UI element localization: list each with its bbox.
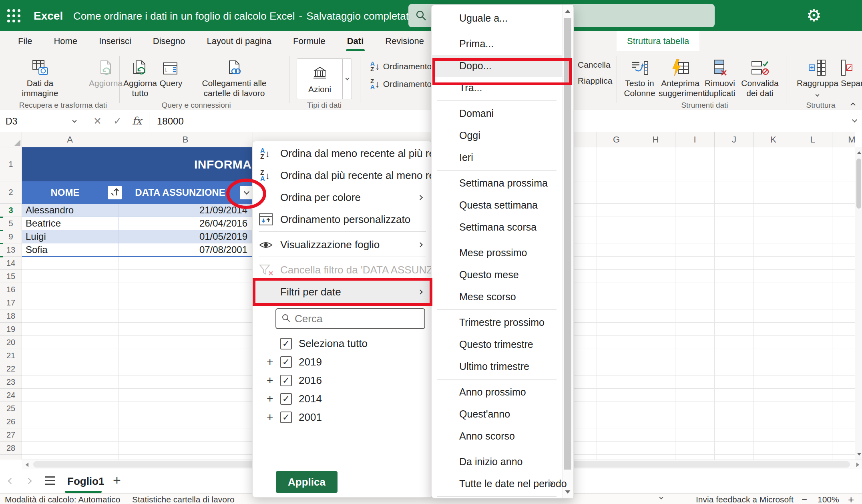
table-row[interactable]: Alessandro 21/09/2014 bbox=[22, 204, 253, 217]
filter-value-row[interactable]: +✓2019 bbox=[252, 353, 432, 371]
cell-name[interactable]: Alessandro bbox=[22, 205, 118, 216]
row-header-3[interactable]: 3 bbox=[0, 204, 22, 217]
row-header-18[interactable]: 18 bbox=[0, 309, 22, 323]
table-row[interactable]: Luigi 01/05/2019 bbox=[22, 230, 253, 243]
row-header-1[interactable]: 1 bbox=[0, 147, 22, 181]
row-header-5[interactable]: 5 bbox=[0, 217, 22, 230]
reapply-filter-button[interactable]: Riapplica bbox=[578, 76, 612, 86]
collapse-ribbon-icon[interactable] bbox=[850, 102, 856, 108]
table-row[interactable]: Beatrice 26/04/2016 bbox=[22, 217, 253, 230]
data-from-picture-button[interactable]: Dati da immagine bbox=[16, 55, 64, 98]
scroll-left-icon[interactable] bbox=[26, 462, 28, 467]
data-validation-button[interactable]: Convalida dei dati bbox=[738, 55, 782, 98]
name-box[interactable]: D3 bbox=[6, 116, 17, 127]
tab-revisione[interactable]: Revisione bbox=[374, 31, 435, 51]
row-header-21[interactable]: 21 bbox=[0, 349, 22, 362]
remove-duplicates-button[interactable]: Rimuovi duplicati bbox=[702, 55, 738, 98]
scroll-up-icon[interactable] bbox=[565, 10, 571, 13]
actions-expand[interactable] bbox=[342, 59, 352, 99]
tab-struttura-tabella[interactable]: Struttura tabella bbox=[617, 31, 699, 51]
app-launcher-icon[interactable] bbox=[7, 9, 20, 22]
scrollbar-thumb[interactable] bbox=[564, 18, 571, 470]
zoom-level[interactable]: 100% bbox=[818, 495, 839, 504]
filter-value-row[interactable]: ✓Seleziona tutto bbox=[252, 334, 432, 353]
tab-home[interactable]: Home bbox=[43, 31, 88, 51]
actions-dropdown-button[interactable]: Azioni bbox=[297, 58, 352, 99]
row-header-9[interactable]: 9 bbox=[0, 230, 22, 243]
sort-ascending-indicator-button[interactable] bbox=[108, 186, 122, 199]
zoom-out-button[interactable]: − bbox=[802, 494, 807, 504]
date-filter-option[interactable]: Anno scorso bbox=[431, 425, 562, 447]
date-filter-option[interactable]: Uguale a... bbox=[431, 7, 562, 29]
name-box-chevron-icon[interactable] bbox=[72, 118, 76, 122]
date-filter-option[interactable]: Mese prossimo bbox=[431, 242, 562, 264]
date-filter-option[interactable]: Trimestre prossimo bbox=[431, 311, 562, 333]
document-title[interactable]: Come ordinare i dati in un foglio di cal… bbox=[73, 10, 295, 22]
search-icon[interactable] bbox=[415, 9, 427, 23]
table-title-row[interactable]: INFORMAZIO bbox=[22, 147, 253, 181]
checkbox[interactable]: ✓ bbox=[280, 393, 292, 405]
tab-inserisci[interactable]: Inserisci bbox=[88, 31, 142, 51]
menu-item-sort-by-color[interactable]: Ordina per colore bbox=[252, 187, 432, 209]
cell-name[interactable]: Beatrice bbox=[22, 218, 118, 229]
scroll-down-icon[interactable] bbox=[857, 453, 861, 456]
sort-descending-button[interactable]: ZA↓ Ordinamento bbox=[370, 78, 432, 90]
confirm-entry-icon[interactable]: ✓ bbox=[113, 115, 122, 127]
filter-search-input[interactable] bbox=[295, 313, 415, 325]
row-header-27[interactable]: 27 bbox=[0, 428, 22, 442]
all-sheets-icon[interactable] bbox=[45, 476, 55, 485]
table-header-nome[interactable]: NOME bbox=[22, 181, 108, 204]
menu-item-sort-oldest[interactable]: AZ↓ Ordina dal meno recente al più recen… bbox=[252, 143, 432, 165]
scroll-right-icon[interactable] bbox=[856, 462, 859, 467]
scroll-up-icon[interactable] bbox=[857, 151, 861, 154]
fx-icon[interactable]: fx bbox=[132, 115, 142, 127]
cell-name[interactable]: Luigi bbox=[22, 231, 118, 242]
filter-value-row[interactable]: +✓2001 bbox=[252, 408, 432, 426]
menu-item-sheet-view[interactable]: Visualizzazione foglio bbox=[252, 234, 432, 256]
tab-dati[interactable]: Dati bbox=[336, 31, 375, 51]
formula-input[interactable]: 18000 bbox=[157, 116, 184, 127]
row-header-23[interactable]: 23 bbox=[0, 375, 22, 389]
date-filter-option[interactable]: Quest'anno bbox=[431, 403, 562, 425]
row-header-25[interactable]: 25 bbox=[0, 402, 22, 415]
date-filter-option[interactable]: Anno prossimo bbox=[431, 381, 562, 403]
add-sheet-icon[interactable]: + bbox=[113, 472, 121, 488]
zoom-in-button[interactable]: + bbox=[848, 494, 854, 504]
workbook-links-button[interactable]: Collegamenti alle cartelle di lavoro bbox=[188, 55, 280, 98]
date-filter-option[interactable]: Da inizio anno bbox=[431, 451, 562, 473]
vertical-scrollbar[interactable] bbox=[855, 147, 862, 460]
expand-icon[interactable]: + bbox=[267, 355, 280, 368]
next-sheet-icon[interactable] bbox=[26, 478, 32, 484]
menu-item-sort-newest[interactable]: ZA↓ Ordina dal più recente al meno recen… bbox=[252, 165, 432, 187]
cell-date[interactable]: 07/08/2001 bbox=[118, 244, 253, 255]
row-header-15[interactable]: 15 bbox=[0, 270, 22, 283]
app-name[interactable]: Excel bbox=[34, 10, 63, 22]
row-header-19[interactable]: 19 bbox=[0, 323, 22, 336]
date-filter-option[interactable]: Ieri bbox=[431, 147, 562, 169]
cancel-entry-icon[interactable]: ✕ bbox=[93, 115, 102, 127]
row-header-2[interactable]: 2 bbox=[0, 181, 22, 204]
date-filter-option[interactable]: Mese scorso bbox=[431, 286, 562, 308]
filter-search-box[interactable] bbox=[275, 308, 425, 329]
row-header-26[interactable]: 26 bbox=[0, 415, 22, 428]
date-filter-option[interactable]: Oggi bbox=[431, 124, 562, 147]
status-chevron-icon[interactable] bbox=[659, 496, 663, 500]
workbook-stats-status[interactable]: Statistiche cartella di lavoro bbox=[132, 495, 235, 504]
row-header-28[interactable]: 28 bbox=[0, 442, 22, 455]
scrollbar-thumb[interactable] bbox=[856, 159, 861, 209]
column-header-B[interactable]: B bbox=[118, 132, 253, 147]
sheet-tab-foglio1[interactable]: Foglio1 bbox=[67, 475, 104, 488]
gear-icon[interactable]: ⚙ bbox=[806, 6, 822, 25]
date-filter-option[interactable]: Settimana scorsa bbox=[431, 216, 562, 238]
date-filter-option[interactable]: Settimana prossima bbox=[431, 172, 562, 194]
filter-value-row[interactable]: +✓2016 bbox=[252, 371, 432, 390]
checkbox[interactable]: ✓ bbox=[280, 356, 292, 368]
flash-fill-button[interactable]: Anteprima suggerimenti bbox=[659, 55, 702, 98]
checkbox[interactable]: ✓ bbox=[280, 412, 292, 423]
scroll-down-icon[interactable] bbox=[565, 490, 571, 494]
row-header-13[interactable]: 13 bbox=[0, 243, 22, 257]
text-to-columns-button[interactable]: Testo in Colonne bbox=[621, 55, 659, 98]
menu-item-custom-sort[interactable]: Ordinamento personalizzato bbox=[252, 209, 432, 231]
column-header-A[interactable]: A bbox=[22, 132, 118, 147]
group-rows-button[interactable]: Raggruppa bbox=[797, 55, 838, 98]
